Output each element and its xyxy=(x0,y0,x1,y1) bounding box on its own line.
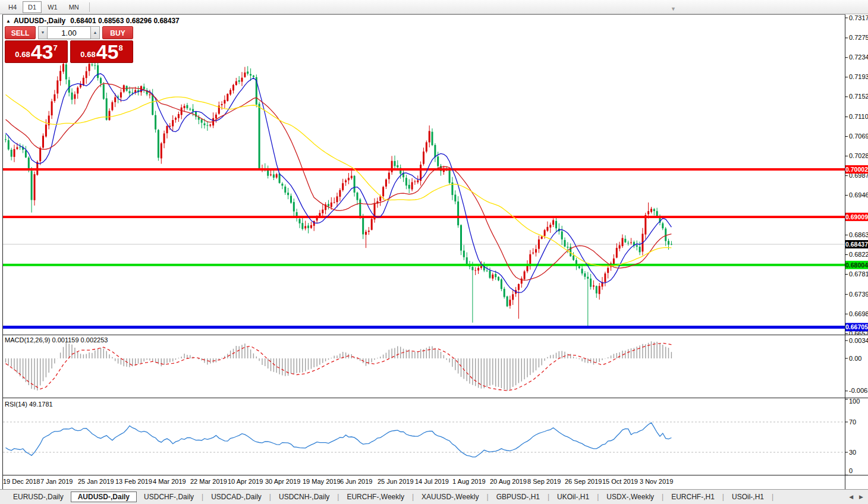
date-axis-label: 26 Sep 2019 xyxy=(565,478,602,485)
svg-text:0.67810: 0.67810 xyxy=(849,270,868,278)
buy-button[interactable]: BUY xyxy=(102,26,133,39)
tab-separator: | xyxy=(269,493,271,501)
svg-text:0.69009: 0.69009 xyxy=(845,213,868,220)
tab-separator: | xyxy=(597,493,599,501)
buy-price-button[interactable]: 0.68458 xyxy=(70,40,133,63)
spin-down-icon: ▼ xyxy=(41,30,45,34)
chart-title: ▲AUDUSD-,Daily0.68401 0.68563 0.68296 0.… xyxy=(6,17,180,25)
date-axis-label: 20 Aug 2019 xyxy=(490,478,527,485)
svg-text:0.70690: 0.70690 xyxy=(849,133,868,140)
rsi-panel-canvas[interactable]: 10070300 xyxy=(0,398,868,475)
tab-separator: | xyxy=(722,493,724,501)
date-axis-label: 19 Dec 2018 xyxy=(3,478,40,485)
svg-text:0.70002: 0.70002 xyxy=(845,166,868,173)
tab-scroll-right-icon[interactable]: ▶ xyxy=(859,494,863,500)
sell-price-button[interactable]: 0.68437 xyxy=(5,40,68,63)
svg-text:0.72340: 0.72340 xyxy=(849,53,868,61)
symbol-tab-ukoil-h1[interactable]: UKOil-,H1 xyxy=(550,492,596,502)
date-axis-label: 13 Feb 2019 xyxy=(115,478,152,485)
chart-ohlc-values: 0.68401 0.68563 0.68296 0.68437 xyxy=(70,17,180,25)
date-axis-label: 14 Jul 2019 xyxy=(415,478,449,485)
chart-symbol-label: AUDUSD-,Daily xyxy=(14,17,65,25)
date-axis-label: 22 Mar 2019 xyxy=(190,478,227,485)
chart-shift-marker-icon: ▼ xyxy=(671,7,676,12)
tab-separator: | xyxy=(772,493,773,501)
svg-text:0.68630: 0.68630 xyxy=(849,231,868,238)
sell-price-main: 43 xyxy=(31,42,54,62)
tab-separator: | xyxy=(412,493,414,501)
date-axis-label: 7 Jan 2019 xyxy=(40,478,73,485)
rsi-indicator-label: RSI(14) 49.1781 xyxy=(5,401,53,408)
collapse-triangle-icon[interactable]: ▲ xyxy=(6,18,11,24)
symbol-tab-usdcnh-daily[interactable]: USDCNH-,Daily xyxy=(272,492,336,502)
symbol-tab-usdx-weekly[interactable]: USDX-,Weekly xyxy=(599,492,661,502)
svg-text:0.68437: 0.68437 xyxy=(845,241,868,248)
date-axis-label: 10 Apr 2019 xyxy=(228,478,263,485)
date-axis-label: 30 Apr 2019 xyxy=(265,478,300,485)
tab-separator: | xyxy=(337,493,339,501)
timeframe-button-d1[interactable]: D1 xyxy=(23,1,42,13)
symbol-tab-eurchf-weekly[interactable]: EURCHF-,Weekly xyxy=(339,492,411,502)
macd-panel-canvas[interactable]: 0.003490.00-0.00637 xyxy=(0,335,868,398)
timeframe-button-h4[interactable]: H4 xyxy=(3,1,22,13)
symbol-tab-eurchf-h1[interactable]: EURCHF-,H1 xyxy=(664,492,722,502)
sell-button[interactable]: SELL xyxy=(5,26,36,39)
svg-text:0.66705: 0.66705 xyxy=(845,323,868,330)
symbol-tab-eurusd-daily[interactable]: EURUSD-,Daily xyxy=(6,492,71,502)
svg-text:70: 70 xyxy=(849,418,856,426)
svg-text:100: 100 xyxy=(849,398,860,405)
volume-increase-button[interactable]: ▲ xyxy=(90,26,100,39)
one-click-trade-panel: SELL ▼ ▲ BUY 0.68437 0.68458 xyxy=(5,26,133,63)
svg-text:0.73170: 0.73170 xyxy=(849,14,868,21)
chart-window: 0.731700.727500.723400.719300.715200.711… xyxy=(0,14,868,489)
svg-text:30: 30 xyxy=(849,449,856,456)
timeframe-button-w1[interactable]: W1 xyxy=(42,1,63,13)
date-axis-label: 4 Mar 2019 xyxy=(153,478,186,485)
buy-price-sup: 8 xyxy=(118,43,122,52)
svg-text:0.68220: 0.68220 xyxy=(849,251,868,258)
date-axis-label: 3 Nov 2019 xyxy=(640,478,673,485)
macd-indicator-label: MACD(12,26,9) 0.001159 0.002253 xyxy=(5,336,108,344)
svg-text:0.68004: 0.68004 xyxy=(845,262,868,269)
tab-separator: | xyxy=(487,493,489,501)
date-axis-label: 19 May 2019 xyxy=(303,478,341,485)
svg-text:0.71100: 0.71100 xyxy=(849,113,868,120)
symbol-tab-audusd-daily[interactable]: AUDUSD-,Daily xyxy=(71,492,137,502)
svg-text:0: 0 xyxy=(849,467,853,474)
date-axis-label: 25 Jun 2019 xyxy=(378,478,414,485)
svg-text:-0.00637: -0.00637 xyxy=(849,387,868,394)
svg-text:0.71520: 0.71520 xyxy=(849,93,868,100)
symbol-tab-usoil-h1[interactable]: USOil-,H1 xyxy=(725,492,771,502)
svg-text:0.69460: 0.69460 xyxy=(849,191,868,199)
tab-separator: | xyxy=(548,493,549,501)
svg-text:0.67390: 0.67390 xyxy=(849,291,868,298)
tab-separator: | xyxy=(662,493,663,501)
sell-price-sup: 7 xyxy=(53,43,57,52)
symbol-tabbar: EURUSD-,DailyAUDUSD-,DailyUSDCHF-,Daily|… xyxy=(0,489,868,504)
tab-scroll-left-icon[interactable]: ◀ xyxy=(849,494,853,500)
sell-price-prefix: 0.68 xyxy=(15,50,30,59)
svg-text:0.00349: 0.00349 xyxy=(849,337,868,344)
symbol-tab-xauusd-weekly[interactable]: XAUUSD-,Weekly xyxy=(414,492,486,502)
volume-decrease-button[interactable]: ▼ xyxy=(38,26,48,39)
symbol-tab-usdcad-daily[interactable]: USDCAD-,Daily xyxy=(204,492,269,502)
spin-up-icon: ▲ xyxy=(93,30,98,34)
buy-price-prefix: 0.68 xyxy=(80,50,95,59)
svg-text:0.71930: 0.71930 xyxy=(849,73,868,80)
svg-text:0.72750: 0.72750 xyxy=(849,34,868,41)
date-axis-label: 6 Jun 2019 xyxy=(340,478,372,485)
symbol-tab-gbpusd-h1[interactable]: GBPUSD-,H1 xyxy=(489,492,547,502)
date-axis-label: 15 Oct 2019 xyxy=(602,478,638,485)
timeframe-button-mn[interactable]: MN xyxy=(64,1,84,13)
toolbar-separator xyxy=(89,2,90,12)
svg-text:0.00: 0.00 xyxy=(849,355,861,362)
date-axis-label: 8 Sep 2019 xyxy=(527,478,561,485)
timeframe-toolbar: H4D1W1MN xyxy=(0,0,868,14)
date-axis[interactable]: 19 Dec 20187 Jan 201925 Jan 201913 Feb 2… xyxy=(0,475,868,489)
symbol-tab-usdchf-daily[interactable]: USDCHF-,Daily xyxy=(137,492,201,502)
date-axis-label: 1 Aug 2019 xyxy=(452,478,486,485)
volume-input[interactable] xyxy=(48,26,90,39)
buy-price-main: 45 xyxy=(96,42,119,62)
svg-text:0.70280: 0.70280 xyxy=(849,152,868,159)
tab-separator: | xyxy=(202,493,203,501)
